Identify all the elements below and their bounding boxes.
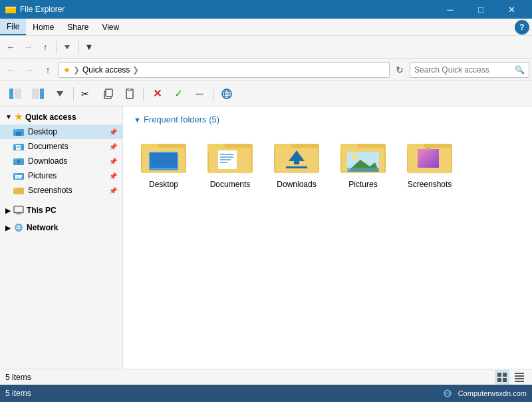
sidebar-item-downloads[interactable]: Downloads 📌 bbox=[0, 154, 122, 168]
search-box[interactable]: 🔍 bbox=[410, 62, 529, 78]
svg-rect-21 bbox=[16, 132, 21, 136]
recent-locations-button[interactable] bbox=[59, 38, 75, 57]
customize-toolbar-button[interactable]: ▼ bbox=[81, 38, 97, 57]
paste-button[interactable] bbox=[120, 84, 139, 104]
svg-rect-40 bbox=[16, 214, 22, 214]
address-bar[interactable]: ★ ❯ Quick access ❯ bbox=[59, 62, 390, 78]
pictures-folder-svg bbox=[340, 138, 386, 177]
sidebar-thispc-header[interactable]: ▶ This PC bbox=[0, 203, 122, 218]
menu-share[interactable]: Share bbox=[61, 19, 95, 35]
svg-rect-85 bbox=[515, 378, 524, 379]
nav-up-button[interactable]: ↑ bbox=[40, 62, 56, 78]
folder-pictures[interactable]: Pictures bbox=[333, 134, 393, 194]
computer-name: Computerwsxdn.com bbox=[458, 389, 527, 397]
network-icon bbox=[13, 223, 24, 232]
sidebar-screenshots-label: Screenshots bbox=[28, 186, 105, 195]
thispc-chevron-icon: ▶ bbox=[5, 207, 11, 214]
sidebar-item-desktop[interactable]: Desktop 📌 bbox=[0, 124, 122, 139]
back-button[interactable]: ← bbox=[3, 38, 19, 57]
sidebar-network-label: Network bbox=[27, 223, 58, 232]
forward-button[interactable]: → bbox=[20, 38, 36, 57]
svg-rect-2 bbox=[6, 7, 10, 9]
desktop-pin-icon: 📌 bbox=[109, 128, 117, 136]
documents-folder-label: Documents bbox=[210, 180, 251, 189]
svg-rect-30 bbox=[18, 163, 19, 164]
address-path-separator: ❯ bbox=[73, 65, 80, 75]
svg-rect-20 bbox=[13, 129, 17, 131]
new-folder-button[interactable]: ─ bbox=[190, 84, 209, 104]
maximize-button[interactable]: □ bbox=[466, 0, 496, 19]
menu-view[interactable]: View bbox=[95, 19, 126, 35]
svg-text:✂: ✂ bbox=[81, 89, 89, 99]
navigation-pane-button[interactable] bbox=[5, 84, 25, 104]
search-icon: 🔍 bbox=[515, 65, 525, 75]
menu-file[interactable]: File bbox=[0, 19, 26, 35]
screenshots-folder-label: Screenshots bbox=[408, 180, 452, 189]
downloads-folder-svg bbox=[274, 138, 319, 177]
sidebar-item-screenshots[interactable]: Screenshots 📌 bbox=[0, 183, 122, 198]
nav-back-button[interactable]: ← bbox=[3, 62, 19, 78]
svg-rect-86 bbox=[515, 381, 524, 382]
sidebar-quick-access-header[interactable]: ▼ ★ Quick access bbox=[0, 109, 122, 124]
frequent-folders-title: ▼ Frequent folders (5) bbox=[134, 114, 521, 124]
svg-rect-50 bbox=[150, 153, 177, 168]
svg-rect-4 bbox=[9, 89, 13, 99]
minimize-button[interactable]: ─ bbox=[435, 0, 466, 19]
svg-rect-77 bbox=[418, 149, 439, 168]
sidebar-pictures-label: Pictures bbox=[28, 171, 105, 180]
address-path: Quick access bbox=[82, 65, 130, 75]
refresh-button[interactable]: ↻ bbox=[392, 63, 407, 77]
svg-marker-8 bbox=[57, 91, 63, 97]
svg-rect-81 bbox=[497, 378, 501, 382]
help-button[interactable]: ? bbox=[515, 20, 529, 35]
svg-marker-3 bbox=[65, 45, 70, 49]
folder-downloads[interactable]: Downloads bbox=[267, 134, 327, 194]
search-input[interactable] bbox=[414, 65, 515, 75]
menu-home[interactable]: Home bbox=[26, 19, 61, 35]
quick-access-chevron-icon: ▼ bbox=[5, 113, 12, 120]
svg-rect-82 bbox=[503, 378, 507, 382]
rename-button[interactable]: ✓ bbox=[169, 84, 188, 104]
app-icon bbox=[5, 4, 16, 15]
sidebar: ▼ ★ Quick access Desktop 📌 bbox=[0, 106, 123, 369]
up-button[interactable]: ↑ bbox=[37, 38, 53, 57]
folder-desktop[interactable]: Desktop bbox=[134, 134, 194, 194]
nav-forward-button[interactable]: → bbox=[21, 62, 37, 78]
preview-pane-button[interactable] bbox=[28, 84, 48, 104]
svg-rect-64 bbox=[286, 166, 307, 168]
svg-rect-13 bbox=[128, 89, 132, 91]
desktop-folder-svg bbox=[141, 138, 186, 177]
taskbar-bottom: 5 items Computerwsxdn.com bbox=[0, 385, 532, 402]
documents-pin-icon: 📌 bbox=[109, 143, 117, 150]
address-row: ← → ↑ ★ ❯ Quick access ❯ ↻ 🔍 bbox=[0, 59, 532, 81]
cut-button[interactable]: ✂ bbox=[78, 84, 96, 104]
sidebar-thispc-label: This PC bbox=[27, 206, 57, 215]
title-bar: File Explorer ─ □ ✕ bbox=[0, 0, 532, 19]
documents-folder-svg bbox=[207, 138, 253, 177]
sidebar-downloads-label: Downloads bbox=[28, 156, 105, 166]
delete-button[interactable]: ✕ bbox=[148, 84, 166, 104]
sidebar-item-documents[interactable]: Documents 📌 bbox=[0, 139, 122, 154]
details-view-button[interactable] bbox=[512, 370, 527, 385]
screenshots-folder-svg bbox=[407, 138, 452, 177]
svg-rect-83 bbox=[515, 373, 524, 374]
menu-bar: File Home Share View ? bbox=[0, 19, 532, 36]
folder-documents[interactable]: Documents bbox=[200, 134, 260, 194]
network-chevron-icon: ▶ bbox=[5, 224, 11, 232]
svg-rect-7 bbox=[40, 89, 44, 99]
sidebar-item-pictures[interactable]: Pictures 📌 bbox=[0, 168, 122, 183]
large-icons-view-button[interactable] bbox=[495, 370, 509, 385]
svg-rect-39 bbox=[17, 213, 20, 214]
sidebar-network-header[interactable]: ▶ Network bbox=[0, 220, 122, 235]
copy-path-button[interactable] bbox=[99, 84, 118, 104]
svg-rect-37 bbox=[13, 188, 17, 190]
window-controls: ─ □ ✕ bbox=[435, 0, 527, 19]
content-area: ▼ Frequent folders (5) Desktop bbox=[123, 106, 532, 369]
svg-rect-63 bbox=[294, 161, 299, 164]
svg-rect-80 bbox=[503, 373, 507, 377]
close-button[interactable]: ✕ bbox=[496, 0, 527, 19]
folder-screenshots[interactable]: Screenshots bbox=[400, 134, 460, 194]
properties-button[interactable] bbox=[217, 84, 236, 104]
svg-rect-38 bbox=[14, 206, 23, 213]
pane-dropdown-button[interactable] bbox=[51, 84, 69, 104]
